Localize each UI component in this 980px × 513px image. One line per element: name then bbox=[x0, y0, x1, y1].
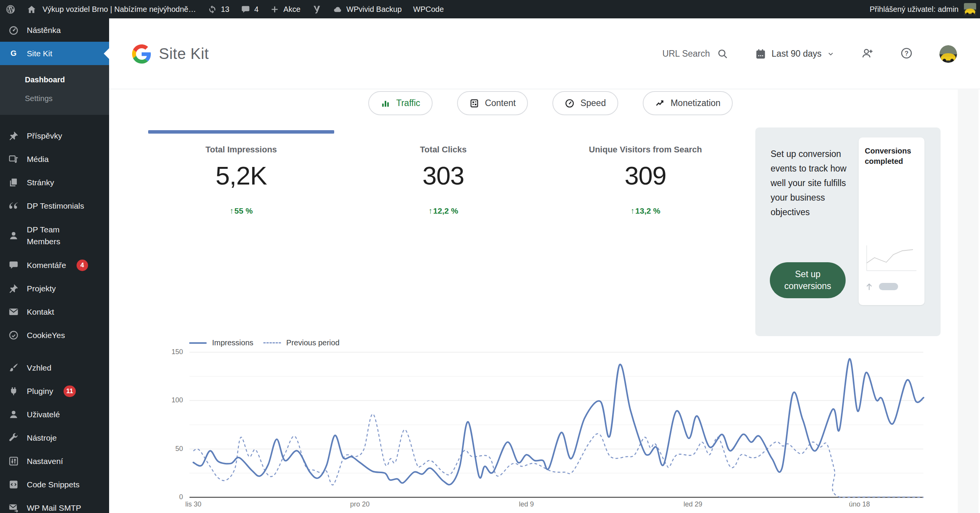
sidebar-item-n-st-nka[interactable]: Nástěnka bbox=[0, 18, 109, 42]
stat-unique-visitors-from-search[interactable]: Unique Visitors from Search 309 ↑13,2 % bbox=[544, 145, 746, 216]
mail-arrow-icon bbox=[8, 503, 19, 513]
sidebar-item-str-nky[interactable]: Stránky bbox=[0, 171, 109, 194]
sidebar-item-label: WP Mail SMTP bbox=[27, 502, 81, 513]
user-avatar bbox=[964, 3, 976, 15]
sidebar-item-n-stroje[interactable]: Nástroje bbox=[0, 426, 109, 449]
sidebar-item-label: CookieYes bbox=[27, 329, 65, 341]
y-axis-tick: 150 bbox=[160, 348, 183, 356]
tab-content[interactable]: Content bbox=[457, 91, 528, 115]
main-content: Site Kit URL Search Last 90 days ? Traff… bbox=[109, 18, 980, 513]
selected-stat-indicator bbox=[148, 130, 334, 134]
sliders-icon bbox=[8, 456, 19, 466]
sidebar-item-wp-mail-smtp[interactable]: WP Mail SMTP bbox=[0, 496, 109, 513]
sidebar-subitem-settings[interactable]: Settings bbox=[0, 89, 109, 108]
sidebar-submenu: DashboardSettings bbox=[0, 65, 109, 115]
header-controls: URL Search Last 90 days ? bbox=[662, 18, 957, 89]
admin-bar-account[interactable]: Přihlášený uživatel: admin bbox=[870, 3, 980, 15]
tab-speed[interactable]: Speed bbox=[552, 91, 618, 115]
sidebar-item-p-sp-vky[interactable]: Příspěvky bbox=[0, 124, 109, 147]
y-axis-tick: 100 bbox=[160, 396, 183, 404]
set-up-conversions-button[interactable]: Set up conversions bbox=[770, 262, 846, 298]
conversions-completed-card: Conversions completed bbox=[859, 137, 924, 305]
sidebar-subitem-dashboard[interactable]: Dashboard bbox=[0, 70, 109, 89]
wpvivid-label: WPvivid Backup bbox=[346, 5, 402, 14]
sidebar-item-m-dia[interactable]: Média bbox=[0, 147, 109, 171]
yoast-menu[interactable] bbox=[306, 0, 327, 18]
sidebar-item-cookieyes[interactable]: CookieYes bbox=[0, 323, 109, 347]
admin-bar: Výkup vozidel Brno | Nabízíme nejvýhodně… bbox=[0, 0, 980, 18]
url-search[interactable]: URL Search bbox=[662, 48, 728, 59]
solid-line-swatch bbox=[189, 342, 207, 344]
bars-icon bbox=[381, 98, 390, 108]
tab-traffic[interactable]: Traffic bbox=[368, 91, 433, 115]
sidebar-menu: NástěnkaGSite KitDashboardSettingsPříspě… bbox=[0, 18, 109, 513]
x-axis-tick: úno 18 bbox=[849, 500, 870, 508]
calendar-icon bbox=[755, 48, 766, 60]
sitekit-logo[interactable]: Site Kit bbox=[132, 18, 209, 89]
sidebar-item-pluginy[interactable]: Pluginy11 bbox=[0, 379, 109, 403]
sidebar-item-label: Uživatelé bbox=[27, 408, 60, 421]
dashboard-icon bbox=[8, 25, 19, 35]
sidebar-item-label: Nástěnka bbox=[27, 24, 61, 36]
user-icon bbox=[8, 409, 19, 420]
new-content-menu[interactable]: Akce bbox=[264, 0, 306, 18]
person-add-icon bbox=[861, 47, 874, 59]
sidebar-item-projekty[interactable]: Projekty bbox=[0, 277, 109, 300]
sidebar-item-dp-team-members[interactable]: DP Team Members bbox=[0, 217, 109, 253]
new-content-label: Akce bbox=[283, 5, 300, 14]
stats-row: Total Impressions 5,2K ↑55 % Total Click… bbox=[140, 145, 746, 216]
sidebar-item-label: Média bbox=[27, 153, 49, 165]
sidebar-item-vzhled[interactable]: Vzhled bbox=[0, 356, 109, 379]
sidebar-item-dp-testimonials[interactable]: DP Testimonials bbox=[0, 194, 109, 217]
sidebar-item-label: DP Testimonials bbox=[27, 200, 84, 212]
share-access-button[interactable] bbox=[861, 47, 874, 60]
sidebar-item-koment-e[interactable]: Komentáře4 bbox=[0, 253, 109, 277]
tab-label: Traffic bbox=[396, 98, 420, 108]
skeleton-pill bbox=[879, 283, 898, 290]
grid-icon bbox=[469, 98, 479, 108]
conversions-card-title: Conversions completed bbox=[859, 137, 924, 167]
sidebar-item-label: Komentáře bbox=[27, 259, 66, 271]
tab-label: Content bbox=[485, 98, 516, 108]
code-icon bbox=[8, 479, 19, 490]
sidebar-separator bbox=[0, 347, 109, 356]
help-button[interactable]: ? bbox=[900, 47, 913, 60]
sidebar-item-label: Příspěvky bbox=[27, 130, 62, 142]
up-arrow-icon: ↑ bbox=[428, 206, 433, 215]
sidebar-item-kontakt[interactable]: Kontakt bbox=[0, 300, 109, 323]
stat-total-clicks[interactable]: Total Clicks 303 ↑12,2 % bbox=[342, 145, 544, 216]
visit-site-link[interactable]: Výkup vozidel Brno | Nabízíme nejvýhodně… bbox=[21, 0, 202, 18]
sidebar-item-label: Code Snippets bbox=[27, 479, 80, 491]
cloud-icon bbox=[333, 5, 343, 14]
tab-monetization[interactable]: Monetization bbox=[643, 91, 733, 115]
comment-icon bbox=[241, 5, 250, 14]
pushpin-icon bbox=[8, 283, 19, 294]
updates-menu[interactable]: 13 bbox=[202, 0, 235, 18]
sidebar-item-code-snippets[interactable]: Code Snippets bbox=[0, 473, 109, 496]
sidebar-item-label: Nastavení bbox=[27, 455, 63, 467]
cookie-icon bbox=[8, 330, 19, 340]
up-arrow-icon bbox=[864, 281, 874, 292]
gauge-icon bbox=[565, 98, 575, 108]
sidebar-item-nastaven[interactable]: Nastavení bbox=[0, 449, 109, 473]
wordpress-menu[interactable] bbox=[0, 0, 21, 18]
account-avatar[interactable] bbox=[939, 45, 957, 63]
impressions-line bbox=[193, 359, 924, 485]
google-g-icon: G bbox=[8, 48, 19, 59]
comments-menu[interactable]: 4 bbox=[235, 0, 264, 18]
user-icon bbox=[8, 230, 19, 241]
wpcode-menu[interactable]: WPCode bbox=[407, 0, 449, 18]
url-search-label: URL Search bbox=[662, 49, 710, 59]
sidebar-item-u-ivatel[interactable]: Uživatelé bbox=[0, 403, 109, 426]
y-axis-tick: 0 bbox=[160, 493, 183, 501]
stat-change: ↑13,2 % bbox=[544, 206, 746, 216]
stat-value: 5,2K bbox=[140, 161, 342, 190]
wpvivid-menu[interactable]: WPvivid Backup bbox=[327, 0, 408, 18]
x-axis-tick: pro 20 bbox=[350, 500, 369, 508]
stat-total-impressions[interactable]: Total Impressions 5,2K ↑55 % bbox=[140, 145, 342, 216]
sidebar-item-site-kit[interactable]: GSite Kit bbox=[0, 42, 109, 65]
logged-in-user-label: Přihlášený uživatel: admin bbox=[870, 5, 959, 14]
x-axis-tick: lis 30 bbox=[185, 500, 201, 508]
trend-icon bbox=[655, 98, 665, 108]
date-range-selector[interactable]: Last 90 days bbox=[755, 48, 835, 60]
